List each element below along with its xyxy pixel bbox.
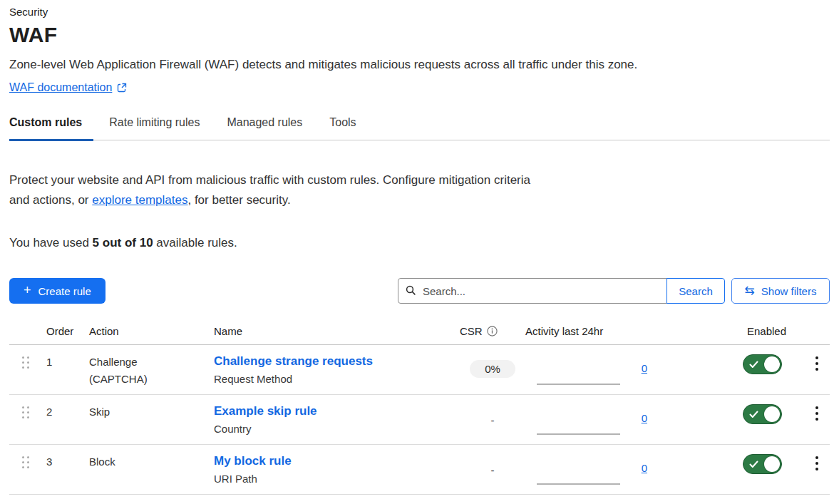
waf-documentation-link[interactable]: WAF documentation [9, 81, 112, 94]
table-row: 1 Challenge (CAPTCHA) Challenge strange … [9, 345, 830, 395]
activity-sparkline [537, 384, 620, 385]
enabled-toggle[interactable] [743, 404, 782, 424]
toggle-knob [764, 356, 780, 372]
tab-rate-limiting-rules[interactable]: Rate limiting rules [109, 116, 211, 140]
action-line1: Challenge [89, 356, 214, 368]
toggle-knob [764, 406, 780, 422]
enabled-cell [743, 445, 804, 494]
col-header-enabled: Enabled [743, 325, 804, 337]
rule-action: Block [89, 445, 214, 494]
create-rule-button[interactable]: + Create rule [9, 278, 105, 304]
explore-templates-link[interactable]: explore templates [92, 193, 187, 207]
search-wrap [398, 278, 667, 304]
rule-field: Request Method [214, 373, 460, 385]
search-group: Search [398, 278, 725, 304]
col-header-order: Order [46, 325, 89, 337]
intro-text-after: , for better security. [187, 193, 290, 207]
col-header-activity: Activity last 24hr [525, 325, 664, 337]
enabled-toggle[interactable] [743, 454, 782, 474]
table-row: 3 Block My block rule URI Path - 0 [9, 445, 830, 495]
activity-cell: 0 [525, 345, 664, 394]
enabled-cell [743, 345, 804, 394]
csr-dash: - [491, 414, 495, 444]
activity-count-link[interactable]: 0 [642, 462, 647, 474]
csr-cell: - [460, 395, 525, 444]
action-line2: (CAPTCHA) [89, 373, 214, 385]
rules-usage-line: You have used 5 out of 10 available rule… [9, 236, 830, 250]
show-filters-button[interactable]: ⇆ Show filters [731, 278, 830, 304]
rule-action: Challenge (CAPTCHA) [89, 345, 214, 394]
csr-cell: 0% [460, 345, 525, 394]
rule-name-link[interactable]: Challenge strange requests [214, 354, 373, 369]
activity-sparkline [537, 483, 620, 485]
rule-name-cell: Challenge strange requests Request Metho… [214, 345, 460, 394]
rule-action: Skip [89, 395, 214, 444]
info-icon[interactable] [487, 326, 498, 336]
create-rule-label: Create rule [38, 285, 91, 297]
usage-count: 5 out of 10 [93, 236, 153, 250]
search-input[interactable] [398, 278, 667, 304]
usage-prefix: You have used [9, 236, 93, 250]
header-spacer2 [664, 325, 743, 337]
swap-arrows-icon: ⇆ [745, 284, 755, 297]
usage-suffix: available rules. [153, 236, 237, 250]
action-line1: Block [89, 456, 214, 468]
activity-cell: 0 [525, 395, 664, 444]
show-filters-label: Show filters [761, 285, 817, 297]
rules-toolbar: + Create rule Search ⇆ Show filters [9, 278, 830, 304]
col-header-action: Action [89, 325, 214, 337]
custom-rules-table: Order Action Name CSR Activity last 24hr… [9, 324, 830, 495]
rule-name-cell: My block rule URI Path [214, 445, 460, 494]
activity-count-link[interactable]: 0 [642, 412, 647, 424]
csr-label: CSR [460, 325, 483, 337]
activity-count-link[interactable]: 0 [642, 362, 647, 374]
row-menu-kebab-icon[interactable] [804, 395, 830, 444]
activity-sparkline [537, 433, 620, 435]
tab-managed-rules[interactable]: Managed rules [227, 116, 314, 140]
page-description: Zone-level Web Application Firewall (WAF… [9, 58, 830, 72]
row-spacer [664, 395, 743, 444]
row-spacer [664, 345, 743, 394]
drag-handle-icon[interactable] [9, 445, 46, 494]
tab-custom-rules[interactable]: Custom rules [9, 116, 93, 140]
rule-name-link[interactable]: Example skip rule [214, 404, 317, 418]
toggle-knob [764, 456, 780, 472]
waf-page: Security WAF Zone-level Web Application … [9, 0, 830, 495]
tab-tools[interactable]: Tools [329, 116, 367, 140]
rule-name-link[interactable]: My block rule [214, 454, 292, 468]
rule-order: 3 [46, 445, 89, 494]
rule-field: Country [214, 423, 460, 435]
page-title: WAF [9, 23, 830, 47]
col-header-name: Name [214, 325, 460, 337]
external-link-icon [117, 83, 127, 93]
row-spacer [664, 445, 743, 494]
plus-icon: + [24, 283, 31, 298]
search-icon [406, 285, 416, 299]
doc-link-row: WAF documentation [9, 81, 830, 94]
waf-tab-bar: Custom rules Rate limiting rules Managed… [9, 116, 830, 140]
search-button[interactable]: Search [666, 278, 725, 304]
action-line1: Skip [89, 406, 214, 418]
header-spacer [9, 325, 46, 337]
rule-order: 2 [46, 395, 89, 444]
table-row: 2 Skip Example skip rule Country - 0 [9, 395, 830, 445]
enabled-toggle[interactable] [743, 354, 782, 374]
csr-cell: - [460, 445, 525, 494]
col-header-csr: CSR [460, 325, 525, 337]
breadcrumb-security: Security [9, 6, 830, 18]
csr-dash: - [491, 464, 495, 494]
rule-order: 1 [46, 345, 89, 394]
activity-cell: 0 [525, 445, 664, 494]
csr-badge: 0% [470, 360, 515, 378]
row-menu-kebab-icon[interactable] [804, 345, 830, 394]
drag-handle-icon[interactable] [9, 395, 46, 444]
custom-rules-intro: Protect your website and API from malici… [9, 170, 540, 210]
table-header-row: Order Action Name CSR Activity last 24hr… [9, 324, 830, 345]
rule-name-cell: Example skip rule Country [214, 395, 460, 444]
row-menu-kebab-icon[interactable] [804, 445, 830, 494]
rule-field: URI Path [214, 473, 460, 485]
enabled-cell [743, 395, 804, 444]
drag-handle-icon[interactable] [9, 345, 46, 394]
header-spacer3 [804, 325, 830, 337]
